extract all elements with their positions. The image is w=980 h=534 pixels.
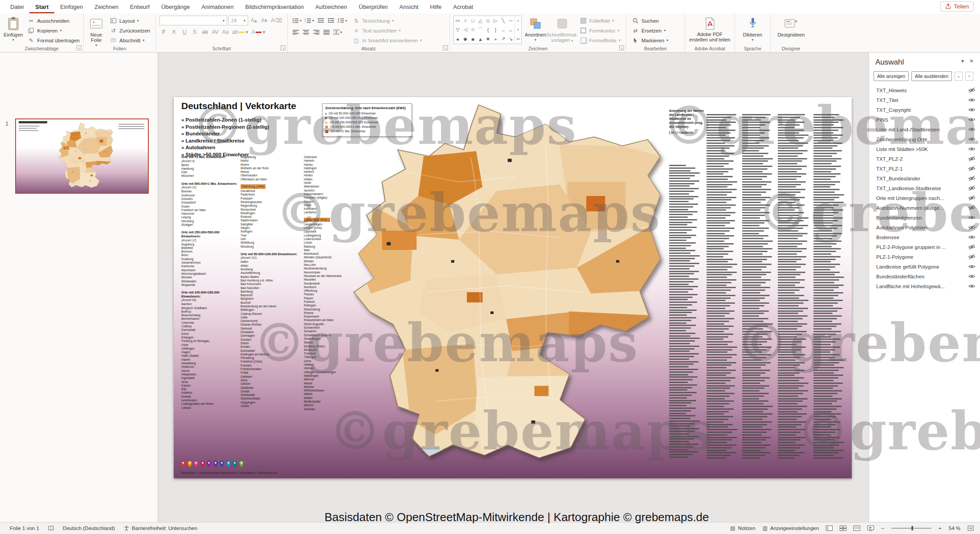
slide-canvas[interactable]: Deutschland | Vektorkarte » Postleitzahl… — [174, 97, 852, 478]
zoom-out-button[interactable]: − — [881, 526, 884, 531]
align-right-button[interactable] — [312, 27, 321, 37]
display-settings-button[interactable]: ▥Anzeigeeinstellungen — [763, 525, 819, 531]
smartart-button[interactable]: ◫In SmartArt konvertieren▾ — [351, 36, 424, 45]
design-ideas-button[interactable]: ★ Designideen — [774, 16, 808, 37]
eye-hidden-icon[interactable] — [968, 224, 976, 231]
zoom-slider[interactable] — [891, 528, 931, 529]
shape-23-icon[interactable]: ↘ — [507, 34, 514, 44]
font-style-button-ab[interactable]: ab — [200, 27, 209, 37]
selection-item[interactable]: Bodensee — [869, 232, 980, 242]
highlight-color-button[interactable]: ab▾ — [231, 27, 249, 37]
font-name-select[interactable]: ▾ — [159, 16, 227, 25]
slide-thumbnail[interactable] — [15, 118, 149, 194]
justify-button[interactable] — [322, 27, 331, 37]
view-reading-button[interactable] — [853, 526, 860, 531]
tab-einfügen[interactable]: Einfügen — [54, 1, 89, 13]
selection-item[interactable]: Orte mit Untergruppen nach... — [869, 193, 980, 203]
shape-18-icon[interactable]: ■ — [469, 34, 477, 44]
font-style-button-aa[interactable]: Aa — [221, 27, 230, 37]
columns-button[interactable]: ▾ — [332, 27, 343, 37]
scroll-down-icon[interactable]: ▾ — [515, 25, 521, 35]
bullet-list-button[interactable]: ▾ — [291, 16, 302, 25]
eye-hidden-icon[interactable] — [968, 175, 976, 182]
selection-item[interactable]: TXT_Titel — [869, 95, 980, 105]
increase-font-button[interactable]: A▴ — [249, 16, 258, 25]
shape-11-icon[interactable]: ⌒ — [477, 25, 484, 35]
eye-visible-icon[interactable] — [968, 215, 976, 221]
eye-visible-icon[interactable] — [968, 136, 976, 143]
tab-zeichnen[interactable]: Zeichnen — [89, 1, 124, 13]
tab-acrobat[interactable]: Acrobat — [447, 1, 479, 13]
shape-15-icon[interactable]: ↔ — [507, 25, 514, 35]
shape-2-icon[interactable]: □ — [469, 16, 477, 25]
paste-button[interactable]: Einfügen ▾ — [4, 16, 23, 43]
tab-animationen[interactable]: Animationen — [196, 1, 239, 13]
font-style-button-k[interactable]: K — [170, 27, 179, 37]
decrease-indent-button[interactable] — [316, 16, 325, 25]
selection-item[interactable]: Liste mit Städten >50K — [869, 144, 980, 154]
zoom-slider-knob[interactable] — [911, 526, 913, 530]
eye-visible-icon[interactable] — [968, 117, 976, 123]
dialog-launcher-icon[interactable]: ↘ — [443, 45, 448, 50]
align-center-button[interactable] — [302, 27, 310, 37]
scroll-up-icon[interactable]: ▴ — [515, 16, 521, 25]
selection-item[interactable]: Autobahn-Nummern (ausge... — [869, 203, 980, 213]
move-down-icon[interactable]: ▾ — [965, 72, 973, 81]
show-all-button[interactable]: Alle anzeigen — [874, 71, 909, 81]
view-normal-button[interactable] — [826, 526, 833, 531]
eye-visible-icon[interactable] — [968, 107, 976, 113]
line-spacing-button[interactable]: ▾ — [337, 16, 348, 25]
view-sorter-button[interactable] — [840, 526, 846, 531]
selection-item[interactable]: Bundesländerflächen — [869, 272, 980, 281]
close-icon[interactable]: ✕ — [969, 58, 974, 64]
shapes-scrollbar[interactable]: ▴▾▾▾ — [514, 16, 521, 44]
shape-fill-button[interactable]: Fülleffekt▾ — [578, 16, 622, 25]
tab-ansicht[interactable]: Ansicht — [394, 1, 425, 13]
notes-toggle[interactable]: ▤Notizen — [730, 525, 755, 531]
editing-workspace[interactable]: Deutschland | Vektorkarte » Postleitzahl… — [158, 53, 869, 522]
shapes-gallery[interactable]: ▭○□△◇▷╲─▽◁☆⌒{}→↔●◆■▲★+↗↘ ▴▾▾▾ — [453, 16, 522, 44]
shape-4-icon[interactable]: ◇ — [484, 16, 492, 25]
shape-0-icon[interactable]: ▭ — [454, 16, 461, 25]
dialog-launcher-icon[interactable]: ↘ — [619, 45, 624, 50]
move-up-icon[interactable]: ▴ — [955, 72, 963, 81]
tab-datei[interactable]: Datei — [4, 1, 29, 13]
germany-map[interactable] — [347, 100, 666, 464]
layout-button[interactable]: Layout▾ — [108, 16, 152, 25]
numbered-list-button[interactable]: 12▾ — [304, 16, 315, 25]
decrease-font-button[interactable]: A▾ — [260, 16, 269, 25]
shape-20-icon[interactable]: ★ — [484, 34, 492, 44]
selection-item[interactable]: Bundeslandgrenzen — [869, 213, 980, 223]
font-style-button-u[interactable]: U — [180, 27, 189, 37]
dialog-launcher-icon[interactable]: ↘ — [77, 45, 82, 50]
copy-button[interactable]: Kopieren▾ — [25, 26, 81, 35]
zoom-level[interactable]: 54 % — [949, 526, 960, 531]
shape-10-icon[interactable]: ☆ — [469, 25, 477, 35]
shape-3-icon[interactable]: △ — [477, 16, 484, 25]
font-style-button-f[interactable]: F — [159, 27, 168, 37]
align-left-button[interactable] — [291, 27, 300, 37]
selection-item[interactable]: TXT_Hinweis — [869, 86, 980, 95]
shape-6-icon[interactable]: ╲ — [499, 16, 507, 25]
shape-21-icon[interactable]: + — [492, 34, 499, 44]
shape-17-icon[interactable]: ◆ — [461, 34, 469, 44]
shape-outline-button[interactable]: Formkontur▾ — [578, 26, 622, 35]
zoom-in-button[interactable]: + — [939, 526, 942, 531]
font-style-button-av[interactable]: AV — [211, 27, 220, 37]
eye-hidden-icon[interactable] — [968, 156, 976, 162]
font-style-button-s[interactable]: S — [190, 27, 199, 37]
eye-hidden-icon[interactable] — [968, 205, 976, 211]
language-indicator[interactable]: Deutsch (Deutschland) — [63, 526, 115, 531]
eye-visible-icon[interactable] — [968, 126, 976, 133]
selection-item[interactable]: PLZ-1-Polygone — [869, 252, 980, 262]
adobe-pdf-button[interactable]: Adobe PDF erstellen und teilen — [689, 16, 731, 42]
font-size-select[interactable]: 24▾ — [229, 16, 248, 25]
eye-visible-icon[interactable] — [968, 234, 976, 241]
clear-formatting-button[interactable]: A⌫ — [270, 16, 283, 25]
tab-start[interactable]: Start — [29, 1, 54, 13]
accessibility-checker[interactable]: Barrierefreiheit: Untersuchen — [124, 526, 197, 531]
new-slide-button[interactable]: ✳ Neue Folie ▾ — [87, 16, 105, 48]
eye-visible-icon[interactable] — [968, 283, 976, 289]
shape-14-icon[interactable]: → — [499, 25, 507, 35]
shape-13-icon[interactable]: } — [492, 25, 499, 35]
